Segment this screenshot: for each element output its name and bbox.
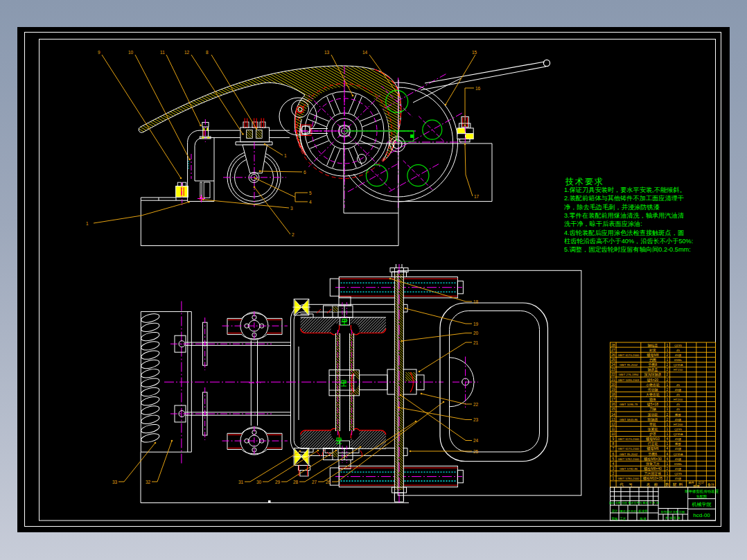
svg-text:5.调整，固定齿轮时应留有轴向间0.2-0.5mm:: 5.调整，固定齿轮时应留有轴向间0.2-0.5mm: [564,246,691,253]
svg-text:GB/T 95-2002: GB/T 95-2002 [619,453,638,456]
svg-text:3: 3 [290,206,293,211]
svg-text:GB/T 6170-2000: GB/T 6170-2000 [618,353,640,357]
svg-text:护罩: 护罩 [649,432,656,436]
svg-text:8: 8 [206,50,209,55]
svg-text:9: 9 [612,437,614,441]
svg-text:17: 17 [474,194,480,199]
svg-text:2: 2 [612,471,614,475]
svg-text:审核: 审核 [612,517,619,520]
svg-text:8: 8 [612,441,614,446]
svg-text:26: 26 [611,353,615,357]
svg-text:GB/T 276-1994: GB/T 276-1994 [619,373,639,376]
svg-text:27: 27 [312,480,317,484]
svg-text:5: 5 [612,457,614,461]
svg-text:HT200: HT200 [674,398,683,401]
svg-text:5: 5 [309,191,312,195]
svg-text:23: 23 [473,417,479,422]
svg-text:45: 45 [676,403,680,406]
svg-text:垫圈8: 垫圈8 [649,362,658,367]
svg-text:16: 16 [475,86,481,91]
svg-text:GB/T 1096-2003: GB/T 1096-2003 [618,378,640,382]
svg-text:11: 11 [160,50,165,55]
svg-text:45钢: 45钢 [675,388,681,392]
svg-text:技术要求: 技术要求 [565,177,604,186]
svg-text:GB/T 5782-86: GB/T 5782-86 [619,467,638,471]
svg-text:(签名): (签名) [619,509,627,513]
svg-text:4: 4 [667,437,669,441]
svg-text:21: 21 [611,378,615,382]
svg-text:30: 30 [256,480,262,484]
svg-text:挡圈: 挡圈 [649,358,656,362]
svg-text:弹簧刀片: 弹簧刀片 [646,462,660,466]
svg-text:45: 45 [676,383,680,387]
svg-text:14: 14 [362,50,368,55]
svg-text:共 张 第 张: 共 张 第 张 [665,516,680,520]
svg-text:19: 19 [473,322,479,326]
svg-text:2: 2 [667,466,669,471]
svg-text:螺母M10: 螺母M10 [646,437,660,441]
svg-text:3.零件在装配前用煤油清洗，轴承用汽油清: 3.零件在装配前用煤油清洗，轴承用汽油清 [564,212,684,219]
svg-text:14: 14 [611,412,615,417]
svg-text:25: 25 [473,449,479,454]
svg-text:17: 17 [611,397,615,401]
svg-text:衬套: 衬套 [649,348,656,353]
svg-text:20: 20 [473,331,479,335]
svg-text:6: 6 [304,170,306,175]
svg-text:65Mn: 65Mn [674,358,683,362]
svg-text:20: 20 [611,383,615,387]
svg-text:装配图: 装配图 [696,494,707,499]
svg-text:4: 4 [309,200,312,204]
svg-text:GB/T 5843-86: GB/T 5843-86 [619,418,638,421]
svg-text:45: 45 [676,408,680,411]
svg-text:13: 13 [611,417,615,421]
svg-text:Q235A: Q235A [674,363,683,367]
svg-text:7: 7 [612,446,614,450]
svg-text:螺栓M10×35: 螺栓M10×35 [643,476,662,481]
svg-text:1: 1 [667,441,669,446]
svg-text:垫圈6: 垫圈6 [649,452,658,456]
svg-text:大锥齿轮: 大锥齿轮 [646,392,660,397]
svg-text:9: 9 [98,50,100,55]
svg-text:hcd-00: hcd-00 [693,512,710,518]
svg-text:螺栓M6×30: 螺栓M6×30 [644,457,662,462]
svg-text:1: 1 [667,432,669,436]
svg-text:1: 1 [667,392,669,396]
svg-text:GB/T 6170-2000: GB/T 6170-2000 [618,437,640,441]
svg-text:27: 27 [611,348,615,352]
svg-text:橡胶: 橡胶 [674,413,681,417]
svg-text:HT200: HT200 [674,423,683,426]
svg-text:3: 3 [612,466,614,471]
svg-text:箱体: 箱体 [649,397,656,401]
svg-text:净，除去毛边毛刺，并浸涂防锈漆: 净，除去毛边毛刺，并浸涂防锈漆 [564,204,660,211]
svg-text:数: 数 [665,482,669,487]
svg-text:28: 28 [293,480,299,484]
svg-text:张紧轮: 张紧轮 [648,427,658,432]
svg-text:45: 45 [676,349,680,352]
svg-text:轴端盖: 轴端盖 [648,343,658,348]
svg-text:标准化: 标准化 [638,509,648,514]
svg-text:45钢: 45钢 [675,353,681,357]
svg-text:1: 1 [667,358,669,362]
svg-text:4.齿轮装配后应用涂色法检查接触斑点，圆: 4.齿轮装配后应用涂色法检查接触斑点，圆 [564,229,684,236]
svg-text:1: 1 [667,471,669,475]
svg-text:1: 1 [284,153,287,158]
svg-text:32: 32 [146,480,151,484]
svg-text:4: 4 [667,452,669,456]
svg-text:橡胶: 橡胶 [674,442,681,446]
svg-text:(年月日): (年月日) [627,509,638,513]
svg-text:15: 15 [611,407,615,411]
svg-text:45钢: 45钢 [675,467,681,471]
svg-text:23: 23 [611,367,615,371]
svg-text:26: 26 [326,480,331,484]
svg-text:2: 2 [292,232,295,237]
svg-text:GB/T 5780-2000: GB/T 5780-2000 [618,477,640,480]
svg-text:45钢: 45钢 [675,437,681,441]
svg-text:4: 4 [667,446,669,450]
svg-text:1: 1 [667,348,669,352]
svg-text:带轮: 带轮 [649,422,656,427]
svg-text:45钢: 45钢 [675,447,681,450]
svg-text:螺栓M8×40: 螺栓M8×40 [644,466,662,471]
svg-text:45钢: 45钢 [675,418,681,421]
svg-text:1: 1 [667,427,669,431]
svg-text:2: 2 [667,476,669,480]
